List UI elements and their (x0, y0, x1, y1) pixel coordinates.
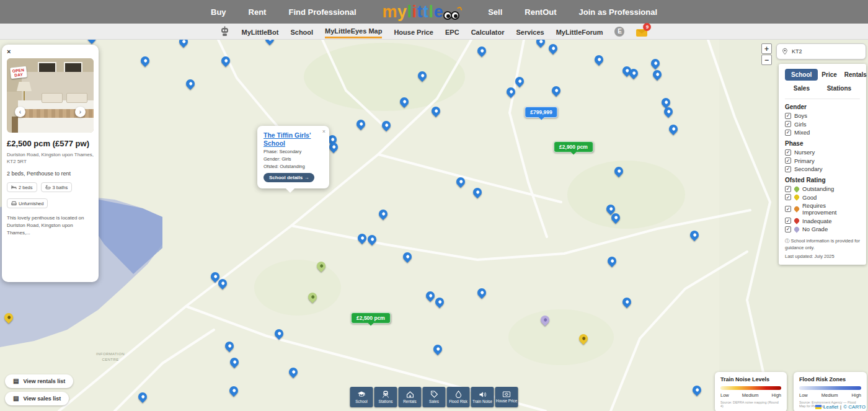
pin-swatch-requires-improvement (793, 205, 800, 212)
logo-letter: m (383, 4, 398, 20)
nav-sell[interactable]: Sell (488, 7, 502, 17)
school-details-button[interactable]: School details → (264, 173, 314, 182)
list-icon: ▤ (13, 378, 19, 384)
checkbox-boys[interactable] (785, 113, 791, 119)
checkbox-no-grade[interactable] (785, 226, 791, 232)
toolbar-rentals-button[interactable]: Rentals (399, 387, 422, 407)
pin-swatch-inadequate (793, 217, 800, 224)
tag-icon (430, 391, 438, 398)
toolbar-sales-button[interactable]: Sales (423, 387, 446, 407)
nav-rent[interactable]: Rent (249, 7, 267, 17)
robot-icon (219, 26, 230, 37)
checkbox-good[interactable] (785, 194, 791, 200)
checkbox-mixed[interactable] (785, 130, 791, 136)
subnav-school[interactable]: School (290, 25, 313, 38)
sofa-icon (11, 201, 17, 206)
user-avatar[interactable]: E (614, 27, 624, 37)
filter-panel: School Price Rentals Sales Stations Gend… (779, 64, 866, 265)
train-noise-legend: Train Noise Levels Low Medium High Sourc… (715, 372, 787, 411)
toolbar-flood-risk-button[interactable]: Flood Risk (447, 387, 470, 407)
checkbox-secondary[interactable] (785, 166, 791, 172)
open-day-badge: OPEN DAY (10, 66, 27, 79)
label-good: Good (802, 194, 817, 201)
checkbox-outstanding[interactable] (785, 186, 791, 192)
label-primary: Primary (794, 157, 815, 164)
logo-letter: y (397, 4, 407, 20)
bed-icon (11, 185, 17, 190)
tab-rentals[interactable]: Rentals (841, 69, 868, 81)
layer-tabs: School Price Rentals Sales Stations (785, 69, 860, 99)
subnav-calculator[interactable]: Calculator (471, 25, 505, 38)
checkbox-primary[interactable] (785, 157, 791, 164)
checkbox-nursery[interactable] (785, 149, 791, 156)
school-popup-title-link[interactable]: The Tiffin Girls' School (264, 131, 323, 147)
price-label[interactable]: £2,500 pcm (351, 312, 391, 324)
tab-stations[interactable]: Stations (823, 82, 855, 94)
subnav-epc[interactable]: EPC (445, 25, 459, 38)
toolbar-house-price-button[interactable]: House Price (495, 387, 518, 407)
brand-logo[interactable]: mylittle (383, 4, 463, 20)
toolbar-school-button[interactable]: School (350, 387, 373, 407)
pin-swatch-good (793, 193, 800, 200)
nav-find-professional[interactable]: Find Professional (288, 7, 356, 17)
view-rentals-list-button[interactable]: ▤ View rentals list (5, 374, 73, 388)
subnav-mylittleforum[interactable]: MyLittleForum (556, 25, 603, 38)
nav-rentout[interactable]: RentOut (525, 7, 556, 17)
zoom-out-button[interactable]: − (761, 55, 772, 65)
tab-price[interactable]: Price (818, 69, 840, 81)
guidance-note: ⓘ School information is provided for gui… (785, 238, 860, 252)
top-nav: Buy Rent Find Professional mylittle Sell… (0, 0, 868, 24)
logo-letter: t (417, 4, 423, 20)
legend-title: Flood Risk Zones (799, 376, 861, 382)
nav-buy[interactable]: Buy (211, 7, 226, 17)
attribution-separator: | (840, 404, 841, 410)
label-girls: Girls (794, 121, 807, 128)
mail-icon[interactable]: 9 (636, 27, 649, 37)
subnav-house-price[interactable]: House Price (394, 25, 433, 38)
price-label[interactable]: £2,900 pcm (554, 141, 593, 152)
close-icon[interactable]: × (322, 128, 326, 135)
school-ofsted: Ofsted: Outstanding (264, 164, 323, 169)
gender-group-label: Gender (785, 104, 860, 110)
toolbar-stations-button[interactable]: Stations (374, 387, 397, 407)
baths-chip: 3 baths (41, 182, 73, 192)
view-sales-list-button[interactable]: ▤ View sales list (5, 392, 69, 405)
label-boys: Boys (794, 112, 807, 119)
ofsted-group-label: Ofsted Rating (785, 177, 860, 183)
checkbox-inadequate[interactable] (785, 218, 791, 224)
logo-letter: i (412, 4, 417, 20)
carto-link[interactable]: © CARTO (843, 404, 866, 410)
subnav-mylittlebot[interactable]: MyLittleBot (242, 25, 279, 38)
zoom-in-button[interactable]: + (761, 43, 772, 54)
legend-source: Source: DEFRA noise mapping (Round 4) (720, 400, 781, 408)
logo-letter: e (434, 4, 444, 20)
water-drop-icon (455, 391, 461, 398)
carousel-next-button[interactable]: › (75, 107, 86, 117)
tab-school[interactable]: School (785, 69, 818, 81)
bath-icon (45, 185, 51, 190)
label-no-grade: No Grade (802, 226, 828, 232)
price-label[interactable]: £799,999 (525, 107, 557, 118)
subnav-mylittleeyes-map[interactable]: MyLittleEyes Map (325, 24, 382, 38)
checkbox-requires-improvement[interactable] (785, 206, 791, 212)
logo-curl-icon (456, 6, 463, 12)
property-price: £2,500 pcm (£577 pw) (7, 139, 94, 148)
toolbar-train-noise-button[interactable]: Train Noise (471, 387, 494, 407)
carousel-prev-button[interactable]: ‹ (15, 107, 25, 117)
label-outstanding: Outstanding (802, 185, 834, 192)
nav-join-as-professional[interactable]: Join as Professional (579, 7, 657, 17)
legend-title: Train Noise Levels (720, 376, 781, 382)
search-input[interactable] (792, 48, 860, 55)
map-canvas[interactable]: £799,999£2,900 pcm£2,500 pcmInformationC… (0, 40, 868, 411)
tab-sales[interactable]: Sales (790, 82, 813, 94)
train-noise-gradient (720, 386, 781, 390)
map-tiles (0, 40, 868, 411)
speaker-icon (479, 391, 486, 398)
mail-badge: 9 (643, 23, 651, 31)
logo-letter: l (407, 4, 412, 20)
subnav-services[interactable]: Services (516, 25, 544, 38)
close-icon[interactable]: × (7, 48, 11, 55)
ukraine-flag-icon (815, 405, 822, 409)
checkbox-girls[interactable] (785, 121, 791, 127)
leaflet-link[interactable]: Leaflet (823, 404, 838, 410)
